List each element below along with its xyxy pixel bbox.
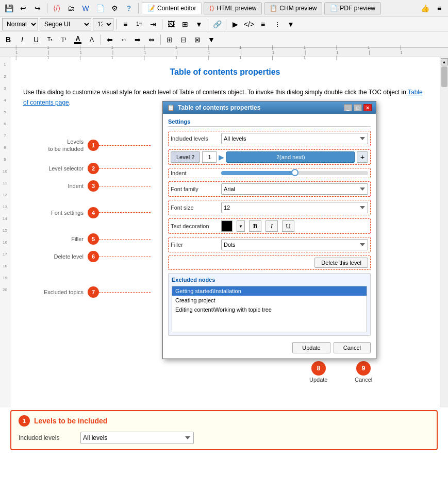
horizontal-ruler: | 1 | 1 | 1 | 1 | 1 | 1 | 1 | 1 | 1 | 1 … [0, 48, 448, 57]
content-editor-icon: 📝 [147, 5, 155, 12]
filler-label: Filler [171, 242, 217, 248]
align-left-icon[interactable]: ⬅ [104, 33, 116, 46]
font-size-dialog-select[interactable]: 12 [221, 202, 368, 213]
dialog-close-btn[interactable]: ✕ [363, 104, 372, 111]
text-decoration-label: Text decoration [171, 223, 217, 229]
ann-circle-6: 6 [88, 251, 99, 262]
font-size-select[interactable]: 12 [93, 18, 113, 30]
font-color-icon[interactable]: A [72, 33, 84, 46]
bottom-section-title-row: 1 Levels to be included [19, 415, 429, 427]
bottom-ann-circle-1: 1 [19, 415, 30, 427]
paragraph-style-select[interactable]: Normal [2, 18, 38, 30]
insert-image-icon[interactable]: 🖼 [165, 18, 177, 30]
delete-level-btn[interactable]: Delete this level [314, 258, 368, 268]
more-options-icon[interactable]: ▼ [285, 18, 297, 30]
excluded-list[interactable]: Getting started\Installation Creating pr… [172, 286, 367, 332]
align-justify-icon[interactable]: ⇔ [145, 33, 158, 46]
dialog-maximize-btn[interactable]: □ [354, 104, 362, 111]
insert-link-icon[interactable]: 🔗 [211, 18, 223, 30]
insert-video-icon[interactable]: ▶ [229, 18, 241, 30]
underline-dec-btn[interactable]: U [282, 220, 294, 232]
insert-table-icon[interactable]: ⊞ [179, 18, 191, 30]
level-add-btn[interactable]: + [357, 151, 368, 163]
word-icon[interactable]: W [79, 2, 92, 14]
ann-label-3: Indent [26, 183, 88, 189]
vertical-scrollbar[interactable]: ▲ [440, 57, 448, 407]
level-2-btn[interactable]: Level 2 [171, 151, 200, 163]
dialog-minimize-btn[interactable]: _ [344, 104, 352, 111]
cell-merge-icon[interactable]: ⊠ [191, 33, 204, 46]
ann-dashed-7 [99, 292, 151, 293]
excluded-item-1[interactable]: Creating project [172, 296, 367, 305]
excluded-item-2[interactable]: Editing content\Working with topic tree [172, 305, 367, 314]
list-unordered-icon[interactable]: ≡ [119, 18, 131, 30]
settings-icon[interactable]: ⚙ [108, 2, 121, 14]
vertical-ruler: 1234567891011121314151617181920 [0, 57, 10, 407]
bold-icon[interactable]: B [2, 33, 14, 46]
underline-icon[interactable]: U [30, 33, 42, 46]
menu-icon[interactable]: ≡ [433, 2, 445, 14]
subscript-icon[interactable]: T₁ [44, 33, 56, 46]
ann-dashed-6 [99, 257, 151, 257]
filler-select[interactable]: Dots [221, 239, 368, 250]
column-icon[interactable]: ⫶ [271, 18, 283, 30]
bottom-included-levels-select[interactable]: All levels [80, 432, 194, 444]
toc-dialog: 📋 Table of contents properties _ □ ✕ Set… [162, 101, 376, 359]
list-indent-icon[interactable]: ⇥ [147, 18, 159, 30]
scroll-up-btn[interactable]: ▲ [441, 58, 448, 65]
included-levels-select[interactable]: All levels [221, 133, 368, 144]
excluded-item-0[interactable]: Getting started\Installation [172, 286, 367, 296]
indent-row: Indent [168, 168, 371, 178]
tab-chm-preview[interactable]: 📋 CHM preview [264, 2, 322, 14]
delete-level-row: Delete this level [168, 255, 371, 270]
indent-slider-thumb[interactable] [291, 169, 298, 176]
align-center-icon[interactable]: ↔ [118, 33, 130, 46]
level-next-btn[interactable]: 2(and next) [226, 151, 355, 163]
insert-code-icon[interactable]: </> [243, 18, 255, 30]
list-ordered-icon[interactable]: 1≡ [133, 18, 145, 30]
page-title: Table of contents properties [23, 67, 427, 77]
dialog-buttons: Update Cancel [163, 338, 376, 359]
indent-slider-track[interactable] [221, 171, 368, 175]
separator [138, 3, 139, 13]
highlight-icon[interactable]: A [86, 33, 98, 46]
font-family-select[interactable]: Segoe UI [40, 18, 91, 30]
text-decoration-row: Text decoration ▼ B I U [168, 218, 371, 234]
separator [47, 3, 47, 13]
pdf-icon[interactable]: 📄 [94, 2, 106, 14]
code-icon[interactable]: ⟨/⟩ [51, 2, 63, 14]
ann-label-7: Excluded topics [26, 289, 88, 295]
quick-access-undo-icon[interactable]: ↩ [17, 2, 29, 14]
quick-access-redo-icon[interactable]: ↪ [31, 2, 44, 14]
tab-pdf-preview[interactable]: 📄 PDF preview [324, 2, 381, 14]
italic-icon[interactable]: I [16, 33, 28, 46]
table-options-icon[interactable]: ▼ [193, 18, 205, 30]
dialog-title: Table of contents properties [178, 104, 260, 111]
rating-icon[interactable]: 👍 [419, 2, 431, 14]
desc-text-2: . [69, 99, 71, 106]
dialog-update-btn[interactable]: Update [292, 342, 330, 353]
cell-options-icon[interactable]: ⊟ [177, 33, 190, 46]
project-icon[interactable]: 🗂 [65, 2, 77, 14]
tab-content-editor[interactable]: 📝 Content editor [142, 2, 202, 14]
color-dropdown-btn[interactable]: ▼ [237, 220, 245, 232]
align-right-icon[interactable]: ➡ [131, 33, 144, 46]
superscript-icon[interactable]: T¹ [58, 33, 70, 46]
ann-circle-7: 7 [88, 286, 99, 298]
bold-dec-btn[interactable]: B [249, 220, 261, 232]
italic-dec-btn[interactable]: I [266, 220, 278, 232]
insert-table2-icon[interactable]: ⊞ [163, 33, 176, 46]
quick-access-save-icon[interactable]: 💾 [3, 2, 15, 14]
ann-dashed-5 [99, 239, 151, 240]
tab-html-preview[interactable]: ⟨⟩ HTML preview [204, 2, 262, 14]
text-align-icon[interactable]: ≡ [257, 18, 269, 30]
scroll-thumb[interactable] [441, 66, 447, 87]
level-number-input[interactable] [202, 151, 217, 163]
font-size-label: Font size [171, 205, 217, 211]
font-family-dialog-select[interactable]: Arial [221, 183, 368, 195]
color-swatch[interactable] [221, 220, 233, 232]
font-family-row: Font family Arial [168, 181, 371, 197]
more-format-icon[interactable]: ▼ [205, 33, 218, 46]
help-icon[interactable]: ? [123, 2, 135, 14]
dialog-cancel-btn[interactable]: Cancel [334, 342, 371, 353]
